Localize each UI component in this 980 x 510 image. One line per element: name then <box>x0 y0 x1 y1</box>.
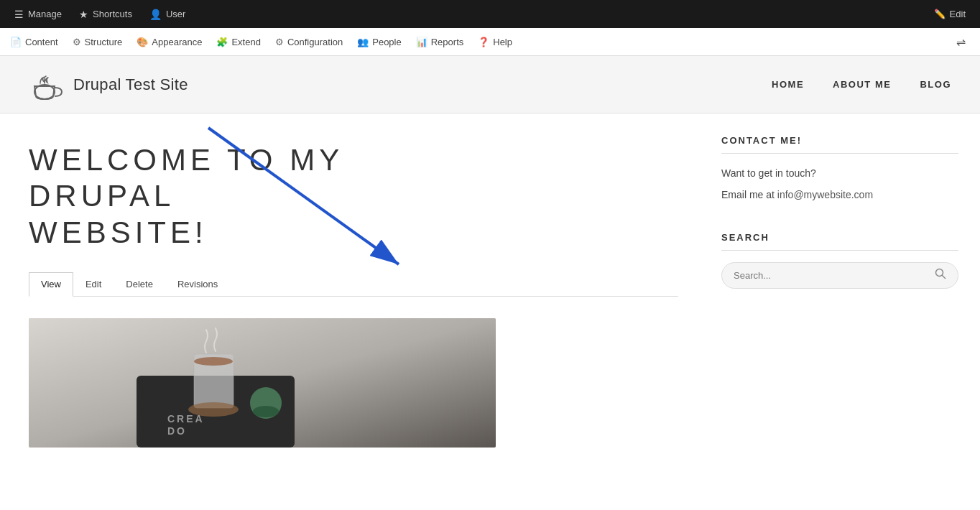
svg-text:DO: DO <box>167 425 187 437</box>
search-icon <box>935 268 946 279</box>
menu-item-help[interactable]: ❓ Help <box>471 28 519 56</box>
user-button[interactable]: 👤 User <box>141 0 194 28</box>
search-block-title: SEARCH <box>721 232 958 251</box>
help-icon: ❓ <box>478 37 489 47</box>
heading-line1: WELCOME TO MY DRUPAL <box>29 143 343 213</box>
menu-bar: 📄 Content ⚙ Structure 🎨 Appearance 🧩 Ext… <box>0 28 980 56</box>
edit-label: Edit <box>950 9 966 19</box>
svg-line-13 <box>943 276 946 279</box>
menu-item-appearance[interactable]: 🎨 Appearance <box>129 28 209 56</box>
search-block: SEARCH <box>721 232 958 289</box>
menu-reports-label: Reports <box>431 37 464 47</box>
search-input[interactable] <box>731 263 932 288</box>
user-icon: 👤 <box>149 9 162 20</box>
structure-icon: ⚙ <box>73 37 81 47</box>
menu-item-reports[interactable]: 📊 Reports <box>409 28 471 56</box>
contact-block-title: CONTACT ME! <box>721 135 958 154</box>
contact-block: CONTACT ME! Want to get in touch? Email … <box>721 135 958 203</box>
menu-item-people[interactable]: 👥 People <box>350 28 408 56</box>
people-icon: 👥 <box>357 37 369 47</box>
edit-button[interactable]: ✏️ Edit <box>925 0 974 28</box>
menu-extend-label: Extend <box>231 37 260 47</box>
extend-icon: 🧩 <box>216 37 228 47</box>
tab-view[interactable]: View <box>29 272 73 297</box>
site-nav: HOME ABOUT ME BLOG <box>772 79 951 90</box>
search-button[interactable] <box>932 264 949 287</box>
tab-delete[interactable]: Delete <box>114 272 165 296</box>
menu-people-label: People <box>372 37 401 47</box>
content-icon: 📄 <box>10 37 22 47</box>
search-input-wrap <box>721 262 958 289</box>
admin-toolbar: ☰ Manage ★ Shortcuts 👤 User ✏️ Edit <box>0 0 980 28</box>
menu-item-content[interactable]: 📄 Content <box>3 28 65 56</box>
manage-icon: ☰ <box>14 9 24 20</box>
shortcuts-button[interactable]: ★ Shortcuts <box>70 0 141 28</box>
star-icon: ★ <box>79 9 88 20</box>
main-content: WELCOME TO MY DRUPAL WEBSITE! View Edit … <box>0 113 980 510</box>
contact-email-line: Email me at info@mywebsite.com <box>721 187 958 203</box>
toggle-sidebar-button[interactable]: ⇌ <box>951 32 971 52</box>
nav-home[interactable]: HOME <box>772 79 804 90</box>
manage-label: Manage <box>28 9 62 19</box>
menu-item-structure[interactable]: ⚙ Structure <box>65 28 130 56</box>
config-icon: ⚙ <box>275 37 284 47</box>
reports-icon: 📊 <box>416 37 427 47</box>
tab-revisions[interactable]: Revisions <box>165 272 230 296</box>
svg-point-6 <box>194 357 233 366</box>
site-brand: Drupal Test Site <box>29 68 188 102</box>
menu-config-label: Configuration <box>287 37 343 47</box>
article-image-svg: CREA DO <box>29 318 496 448</box>
sidebar: CONTACT ME! Want to get in touch? Email … <box>707 113 980 510</box>
menu-structure-label: Structure <box>85 37 123 47</box>
menu-item-configuration[interactable]: ⚙ Configuration <box>268 28 350 56</box>
site-logo <box>29 68 63 102</box>
site-header: Drupal Test Site HOME ABOUT ME BLOG <box>0 56 980 113</box>
site-title: Drupal Test Site <box>73 75 188 94</box>
shortcuts-label: Shortcuts <box>93 9 132 19</box>
svg-text:CREA: CREA <box>167 413 205 425</box>
menu-bar-right: ⇌ <box>951 32 977 52</box>
site-wrapper: Drupal Test Site HOME ABOUT ME BLOG WEL <box>0 56 980 510</box>
heading-line2: WEBSITE! <box>29 215 208 249</box>
primary-content: WELCOME TO MY DRUPAL WEBSITE! View Edit … <box>0 113 707 510</box>
menu-appearance-label: Appearance <box>152 37 202 47</box>
email-address[interactable]: info@mywebsite.com <box>777 189 873 200</box>
article-image: CREA DO <box>29 318 496 448</box>
appearance-icon: 🎨 <box>137 37 148 47</box>
content-tabs: View Edit Delete Revisions <box>29 272 678 297</box>
nav-blog[interactable]: BLOG <box>920 79 951 90</box>
menu-content-label: Content <box>25 37 58 47</box>
svg-point-9 <box>253 406 279 417</box>
manage-button[interactable]: ☰ Manage <box>6 0 70 28</box>
user-label: User <box>166 9 185 19</box>
menu-help-label: Help <box>493 37 512 47</box>
nav-about[interactable]: ABOUT ME <box>833 79 891 90</box>
pencil-icon: ✏️ <box>934 9 946 19</box>
contact-text: Want to get in touch? <box>721 165 958 181</box>
page-heading: WELCOME TO MY DRUPAL WEBSITE! <box>29 142 431 251</box>
admin-toolbar-left: ☰ Manage ★ Shortcuts 👤 User <box>6 0 194 28</box>
email-prefix: Email me at <box>721 189 777 200</box>
menu-item-extend[interactable]: 🧩 Extend <box>209 28 267 56</box>
tab-edit[interactable]: Edit <box>73 272 114 296</box>
admin-toolbar-right: ✏️ Edit <box>925 0 974 28</box>
